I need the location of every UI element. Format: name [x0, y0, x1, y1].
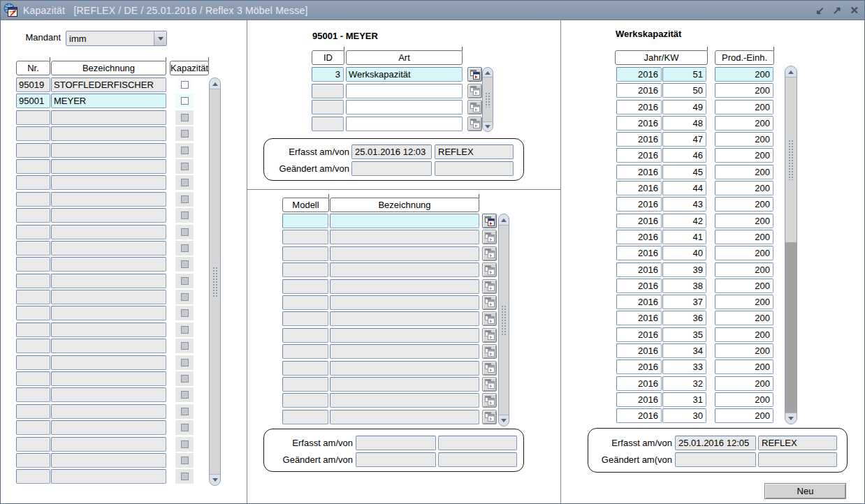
kw-cell[interactable]: 46 [662, 148, 706, 163]
jahr-cell[interactable]: 2016 [616, 262, 662, 277]
erfasst-von-field [438, 436, 517, 450]
scroll-up-button[interactable] [785, 66, 797, 77]
jahr-cell[interactable]: 2016 [616, 230, 662, 244]
scroll-up-icon [788, 68, 794, 74]
kw-cell[interactable]: 31 [662, 392, 706, 407]
kw-cell[interactable]: 49 [662, 100, 706, 114]
prod-einh-cell[interactable]: 200 [715, 327, 773, 342]
jahr-cell[interactable]: 2016 [616, 279, 662, 293]
close-icon[interactable]: ✕ [850, 5, 859, 15]
kw-cell[interactable]: 37 [662, 295, 706, 309]
kw-cell[interactable]: 36 [662, 311, 706, 325]
scrollbar-thumb[interactable] [785, 77, 797, 242]
jahr-cell[interactable]: 2016 [616, 214, 662, 228]
prod-einh-cell[interactable]: 200 [715, 181, 773, 195]
prod-einh-cell[interactable]: 200 [715, 311, 773, 325]
scroll-down-button[interactable] [785, 413, 797, 424]
prod-einh-cell[interactable]: 200 [715, 148, 773, 163]
kw-cell[interactable]: 40 [662, 246, 706, 260]
prod-einh-cell[interactable]: 200 [715, 376, 773, 391]
scroll-down-icon [212, 478, 218, 484]
prod-einh-cell[interactable]: 200 [715, 230, 773, 244]
table-row: 2016 45 200 [1, 165, 865, 179]
table-row: 2016 44 200 [1, 181, 865, 195]
scroll-down-button[interactable] [210, 474, 220, 485]
kw-cell[interactable]: 51 [662, 67, 706, 82]
scrollbar-track[interactable] [785, 242, 797, 413]
bezeichnung-cell [51, 469, 166, 484]
restore-icon[interactable]: ↗ [833, 5, 842, 15]
kapazitaet-checkbox-cell [175, 469, 194, 484]
kw-cell[interactable]: 47 [662, 132, 706, 147]
jahr-cell[interactable]: 2016 [616, 197, 662, 212]
kw-cell[interactable]: 32 [662, 376, 706, 391]
kw-cell[interactable]: 34 [662, 343, 706, 358]
table-row: 2016 48 200 [1, 116, 865, 131]
capacity-table-scrollbar [785, 66, 797, 424]
mandant-select[interactable]: imm [66, 31, 167, 46]
jahr-cell[interactable]: 2016 [616, 311, 662, 325]
jahr-cell[interactable]: 2016 [616, 246, 662, 260]
kapazitaet-checkbox-cell [175, 453, 194, 468]
geaendert-datum-field [356, 452, 436, 467]
jahr-cell[interactable]: 2016 [616, 360, 662, 374]
jahr-cell[interactable]: 2016 [616, 165, 662, 179]
jahr-cell[interactable]: 2016 [616, 408, 662, 423]
jahr-cell[interactable]: 2016 [616, 327, 662, 342]
kw-cell[interactable]: 33 [662, 360, 706, 374]
kw-cell[interactable]: 44 [662, 181, 706, 195]
table-row: 2016 37 200 [1, 295, 865, 309]
app-window: Kapazität [REFLEX / DE / 25.01.2016 / Re… [0, 0, 865, 504]
kw-cell[interactable]: 41 [662, 230, 706, 244]
minimize-icon[interactable]: ↙ [815, 5, 824, 15]
prod-einh-cell[interactable]: 200 [715, 83, 773, 98]
geaendert-von-field [438, 452, 517, 467]
prod-einh-cell[interactable]: 200 [715, 165, 773, 179]
prod-einh-cell[interactable]: 200 [715, 295, 773, 309]
table-row: 2016 41 200 [1, 230, 865, 244]
kw-cell[interactable]: 30 [662, 408, 706, 423]
jahr-cell[interactable]: 2016 [616, 116, 662, 131]
prod-einh-cell[interactable]: 200 [715, 392, 773, 407]
jahr-cell[interactable]: 2016 [616, 67, 662, 82]
jahr-cell[interactable]: 2016 [616, 148, 662, 163]
column-header-art: Art [346, 50, 463, 65]
kw-cell[interactable]: 35 [662, 327, 706, 342]
jahr-cell[interactable]: 2016 [616, 132, 662, 147]
nr-cell [16, 437, 50, 452]
prod-einh-cell[interactable]: 200 [715, 214, 773, 228]
kw-cell[interactable]: 39 [662, 262, 706, 277]
geaendert-label: Geändert am/von [270, 453, 353, 467]
jahr-cell[interactable]: 2016 [616, 295, 662, 309]
prod-einh-cell[interactable]: 200 [715, 67, 773, 82]
prod-einh-cell[interactable]: 200 [715, 116, 773, 131]
prod-einh-cell[interactable]: 200 [715, 262, 773, 277]
prod-einh-cell[interactable]: 200 [715, 279, 773, 293]
jahr-cell[interactable]: 2016 [616, 100, 662, 114]
bezeichnung-cell [51, 453, 166, 468]
kw-cell[interactable]: 38 [662, 279, 706, 293]
geaendert-von-field [758, 452, 837, 467]
jahr-cell[interactable]: 2016 [616, 83, 662, 98]
prod-einh-cell[interactable]: 200 [715, 132, 773, 147]
jahr-cell[interactable]: 2016 [616, 343, 662, 358]
kw-cell[interactable]: 48 [662, 116, 706, 131]
prod-einh-cell[interactable]: 200 [715, 343, 773, 358]
prod-einh-cell[interactable]: 200 [715, 246, 773, 260]
jahr-cell[interactable]: 2016 [616, 392, 662, 407]
prod-einh-cell[interactable]: 200 [715, 360, 773, 374]
kw-cell[interactable]: 45 [662, 165, 706, 179]
nr-cell [16, 453, 50, 468]
kw-cell[interactable]: 42 [662, 214, 706, 228]
kapazitaet-checkbox [181, 457, 189, 464]
jahr-cell[interactable]: 2016 [616, 376, 662, 391]
scrollbar-grip [788, 140, 794, 180]
kw-cell[interactable]: 50 [662, 83, 706, 98]
prod-einh-cell[interactable]: 200 [715, 197, 773, 212]
kw-cell[interactable]: 43 [662, 197, 706, 212]
prod-einh-cell[interactable]: 200 [715, 100, 773, 114]
chevron-down-icon[interactable] [154, 31, 166, 45]
jahr-cell[interactable]: 2016 [616, 181, 662, 195]
prod-einh-cell[interactable]: 200 [715, 408, 773, 423]
neu-button[interactable]: Neu [764, 483, 846, 499]
